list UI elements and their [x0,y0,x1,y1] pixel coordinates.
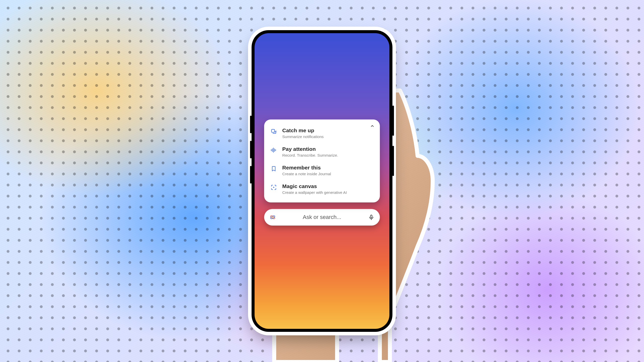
svg-rect-0 [271,129,274,132]
assistant-item-subtitle: Summarize notifications [282,134,374,139]
assistant-item-text: Pay attention Record. Transcribe. Summar… [282,146,374,158]
bookmark-icon [270,165,277,172]
svg-rect-9 [371,215,372,218]
assistant-item-subtitle: Create a note inside Journal [282,172,374,176]
assistant-item-subtitle: Create a wallpaper with generative AI [282,190,374,195]
microphone-icon[interactable] [368,214,375,221]
phone-screen: Catch me up Summarize notifications [255,33,389,329]
assistant-item-text: Catch me up Summarize notifications [282,127,374,139]
phone-frame: Catch me up Summarize notifications [252,30,392,332]
assistant-item-title: Pay attention [282,146,374,152]
assistant-item-title: Catch me up [282,127,374,133]
search-bar[interactable]: Ask or search... [264,209,380,225]
assistant-item-text: Magic canvas Create a wallpaper with gen… [282,183,374,195]
copy-refresh-icon [270,128,277,135]
assistant-card: Catch me up Summarize notifications [264,119,380,202]
search-placeholder: Ask or search... [280,214,364,220]
sparkle-atom-icon [269,214,276,221]
waveform-icon [270,147,277,154]
assistant-item-title: Magic canvas [282,183,374,189]
frame-sparkle-icon [270,184,277,191]
promo-background: Catch me up Summarize notifications [0,0,644,362]
assistant-item-subtitle: Record. Transcribe. Summarize. [282,153,374,158]
svg-point-8 [272,217,273,218]
collapse-button[interactable] [369,123,375,129]
assistant-item-pay-attention[interactable]: Pay attention Record. Transcribe. Summar… [269,143,375,161]
assistant-item-magic-canvas[interactable]: Magic canvas Create a wallpaper with gen… [269,180,375,198]
chevron-up-icon [370,124,375,128]
assistant-item-text: Remember this Create a note inside Journ… [282,165,374,176]
assistant-panel: Catch me up Summarize notifications [264,119,380,225]
assistant-item-remember-this[interactable]: Remember this Create a note inside Journ… [269,161,375,180]
assistant-item-catch-me-up[interactable]: Catch me up Summarize notifications [269,124,375,143]
assistant-item-title: Remember this [282,165,374,171]
